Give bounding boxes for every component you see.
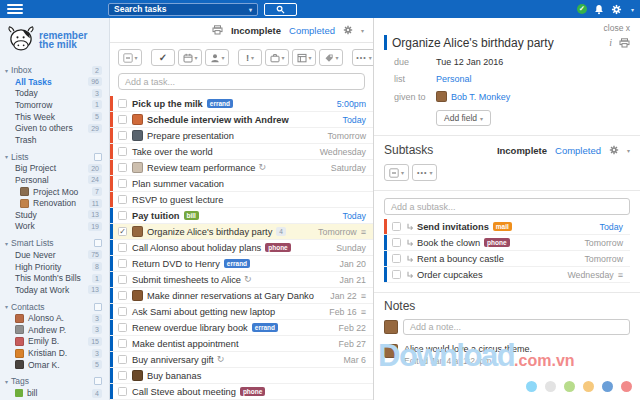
sidebar-item-this-week[interactable]: This Week5 [0, 111, 109, 123]
task-row[interactable]: Plan summer vacation [110, 176, 373, 192]
sidebar-item-project-moo[interactable]: Project Moo7 [0, 186, 109, 198]
list-options-gear-icon[interactable] [343, 25, 353, 35]
print-task-icon[interactable] [619, 38, 630, 48]
task-checkbox[interactable] [118, 323, 127, 332]
field-value[interactable]: Bob T. Monkey [451, 92, 510, 102]
task-checkbox[interactable] [118, 195, 127, 204]
task-checkbox[interactable] [118, 115, 127, 124]
sidebar-item-renovation[interactable]: Renovation11 [0, 197, 109, 209]
subtask-row[interactable]: Send invitationsmailToday [384, 219, 630, 235]
task-checkbox[interactable] [392, 222, 401, 231]
list-options-caret-icon[interactable]: ▾ [361, 27, 364, 34]
search-scope-caret-icon[interactable]: ▾ [249, 6, 252, 13]
task-checkbox[interactable] [118, 131, 127, 140]
task-row[interactable]: ✓Organize Alice's birthday party4Tomorro… [110, 224, 373, 240]
print-icon[interactable] [212, 25, 223, 35]
sidebar-item-kristian-d[interactable]: Kristian D.3 [0, 347, 109, 359]
toolbar-select-tasks-button[interactable]: ▾ [118, 49, 142, 66]
toolbar-priority-button[interactable]: !▾ [238, 49, 262, 66]
add-icon[interactable] [94, 303, 102, 311]
task-row[interactable]: RSVP to guest lecture [110, 192, 373, 208]
subtasks-tab-completed[interactable]: Completed [555, 145, 601, 156]
task-row[interactable]: Submit timesheets to Alice↻Jan 21 [110, 272, 373, 288]
task-row[interactable]: Ask Sami about getting new laptopFeb 16≡ [110, 304, 373, 320]
task-checkbox[interactable] [118, 275, 127, 284]
task-row[interactable]: Take over the worldWednesday [110, 144, 373, 160]
sidebar-item-tomorrow[interactable]: Tomorrow1 [0, 99, 109, 111]
subtasks-gear-caret-icon[interactable]: ▾ [627, 147, 630, 154]
toolbar-move-to-list-button[interactable]: ▾ [292, 49, 316, 66]
task-checkbox[interactable] [118, 179, 127, 188]
task-row[interactable]: Buy anniversary gift↻Mar 6 [110, 352, 373, 368]
task-checkbox[interactable] [118, 339, 127, 348]
task-row[interactable]: Buy bananas [110, 368, 373, 384]
task-checkbox[interactable] [392, 238, 401, 247]
task-row[interactable]: Prepare presentationTomorrow [110, 128, 373, 144]
sidebar-item-high-priority[interactable]: High Priority8 [0, 261, 109, 273]
add-icon[interactable] [94, 239, 102, 247]
task-checkbox[interactable] [118, 211, 127, 220]
task-checkbox[interactable] [118, 307, 127, 316]
task-checkbox[interactable]: ✓ [118, 227, 127, 236]
toolbar-more-subtasks-button[interactable]: •••▾ [412, 164, 437, 181]
add-note-input[interactable]: Add a note... [403, 319, 630, 335]
settings-gear-icon[interactable] [611, 4, 622, 15]
sidebar-item-big-project[interactable]: Big Project20 [0, 163, 109, 175]
subtask-row[interactable]: Rent a bouncy castleTomorrow [384, 251, 630, 267]
sidebar-item-alonso-a[interactable]: Alonso A.3 [0, 313, 109, 325]
add-field-button[interactable]: Add field ▾ [436, 110, 491, 126]
search-input[interactable]: Search tasks ▾ [108, 3, 258, 16]
task-checkbox[interactable] [118, 243, 127, 252]
add-task-input[interactable]: Add a task... [118, 73, 365, 90]
task-checkbox[interactable] [118, 99, 127, 108]
task-checkbox[interactable] [118, 147, 127, 156]
toolbar-complete-button[interactable]: ✓ [151, 49, 175, 66]
sidebar-item-this-month-s-bills[interactable]: This Month's Bills1 [0, 272, 109, 284]
toolbar-select-subtasks-button[interactable]: ▾ [384, 164, 409, 181]
sidebar-item-omar-k[interactable]: Omar K.5 [0, 359, 109, 371]
sidebar-item-today[interactable]: Today3 [0, 88, 109, 100]
sidebar-item-trash[interactable]: Trash [0, 134, 109, 146]
task-row[interactable]: Renew overdue library bookerrandFeb 22 [110, 320, 373, 336]
settings-caret-icon[interactable]: ▾ [631, 6, 634, 13]
task-row[interactable]: Make dinner reservations at Gary DankoJa… [110, 288, 373, 304]
task-row[interactable]: Pick up the milkerrand5:00pm [110, 96, 373, 112]
task-row[interactable]: Make dentist appointmentFeb 27 [110, 336, 373, 352]
task-row[interactable]: Return DVD to HenryerrandJan 20 [110, 256, 373, 272]
task-checkbox[interactable] [118, 355, 127, 364]
sidebar-item-bill[interactable]: bill4 [0, 387, 109, 399]
sidebar-header-contacts[interactable]: ▾Contacts [0, 301, 109, 313]
toolbar-tag-button[interactable]: ▾ [319, 49, 343, 66]
sidebar-item-study[interactable]: Study13 [0, 209, 109, 221]
sidebar-item-given-to-others[interactable]: Given to others29 [0, 122, 109, 134]
add-subtask-input[interactable]: Add a subtask... [384, 198, 630, 215]
task-row[interactable]: Call Alonso about holiday plansphoneSund… [110, 240, 373, 256]
sidebar-header-lists[interactable]: ▾Lists [0, 151, 109, 163]
task-checkbox[interactable] [118, 371, 127, 380]
toolbar-more-actions-button[interactable]: •••▾ [352, 49, 373, 66]
toolbar-postpone-button[interactable]: ▾ [265, 49, 289, 66]
sidebar-item-andrew-p[interactable]: Andrew P.3 [0, 324, 109, 336]
notifications-bell-icon[interactable] [594, 4, 604, 15]
info-icon[interactable]: i [609, 37, 612, 48]
sidebar-header-tags[interactable]: ▾Tags [0, 375, 109, 387]
task-checkbox[interactable] [392, 254, 401, 263]
close-detail-button[interactable]: close x [384, 23, 630, 33]
subtask-row[interactable]: Book the clownphoneTomorrow [384, 235, 630, 251]
task-checkbox[interactable] [118, 163, 127, 172]
tab-completed[interactable]: Completed [289, 25, 335, 36]
toolbar-due-date-button[interactable]: ▾ [178, 49, 202, 66]
subtask-row[interactable]: Order cupcakesWednesday≡ [384, 267, 630, 283]
toolbar-give-to-button[interactable]: ▾ [205, 49, 229, 66]
sidebar-header-smart-lists[interactable]: ▾Smart Lists [0, 237, 109, 249]
tab-incomplete[interactable]: Incomplete [231, 25, 281, 36]
task-row[interactable]: Call Steve about meetingphone [110, 384, 373, 400]
add-icon[interactable] [94, 153, 102, 161]
sidebar-item-emily-b[interactable]: Emily B.15 [0, 336, 109, 348]
sidebar-item-all-tasks[interactable]: All Tasks96 [0, 76, 109, 88]
sidebar-header-inbox[interactable]: ▾Inbox2 [0, 64, 109, 76]
task-checkbox[interactable] [118, 259, 127, 268]
task-checkbox[interactable] [118, 387, 127, 396]
task-checkbox[interactable] [392, 270, 401, 279]
subtasks-gear-icon[interactable] [609, 145, 619, 155]
